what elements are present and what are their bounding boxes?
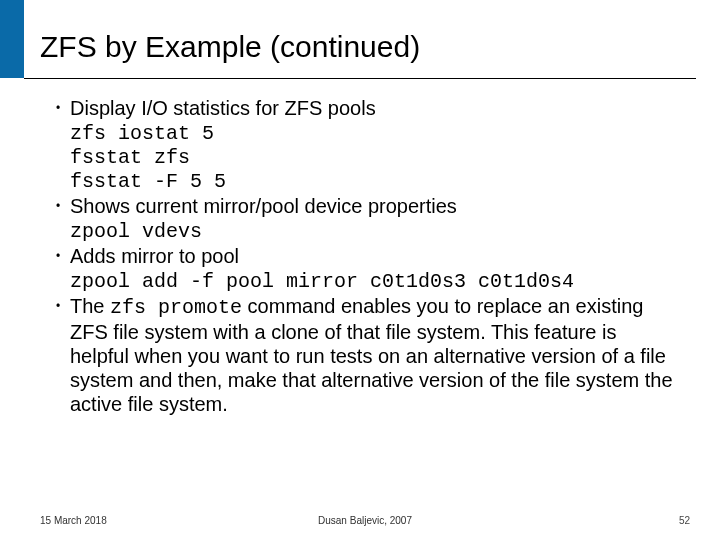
bullet-text: Shows current mirror/pool device propert… (70, 194, 457, 218)
bullet-item: • The zfs promote command enables you to… (56, 294, 680, 416)
bullet-marker: • (56, 294, 70, 318)
code-line: zpool add -f pool mirror c0t1d0s3 c0t1d0… (70, 270, 680, 294)
code-line: fsstat zfs (70, 146, 680, 170)
bullet-item: • Display I/O statistics for ZFS pools (56, 96, 680, 120)
footer-author: Dusan Baljevic, 2007 (318, 515, 412, 526)
bullet-text: Adds mirror to pool (70, 244, 239, 268)
code-line: zfs iostat 5 (70, 122, 680, 146)
content-area: • Display I/O statistics for ZFS pools z… (56, 96, 680, 418)
bullet-marker: • (56, 96, 70, 120)
slide: ZFS by Example (continued) • Display I/O… (0, 0, 720, 540)
footer-page-number: 52 (679, 515, 690, 526)
code-line: fsstat -F 5 5 (70, 170, 680, 194)
footer: 15 March 2018 Dusan Baljevic, 2007 52 (40, 515, 690, 526)
bullet-paragraph: The zfs promote command enables you to r… (70, 294, 680, 416)
bullet-item: • Shows current mirror/pool device prope… (56, 194, 680, 218)
bullet-item: • Adds mirror to pool (56, 244, 680, 268)
inline-code: zfs promote (110, 296, 242, 319)
footer-date: 15 March 2018 (40, 515, 107, 526)
accent-bar (0, 0, 24, 78)
page-title: ZFS by Example (continued) (40, 30, 420, 64)
bullet-marker: • (56, 244, 70, 268)
bullet-text: Display I/O statistics for ZFS pools (70, 96, 376, 120)
code-line: zpool vdevs (70, 220, 680, 244)
title-divider (24, 78, 696, 79)
para-pre: The (70, 295, 110, 317)
bullet-marker: • (56, 194, 70, 218)
